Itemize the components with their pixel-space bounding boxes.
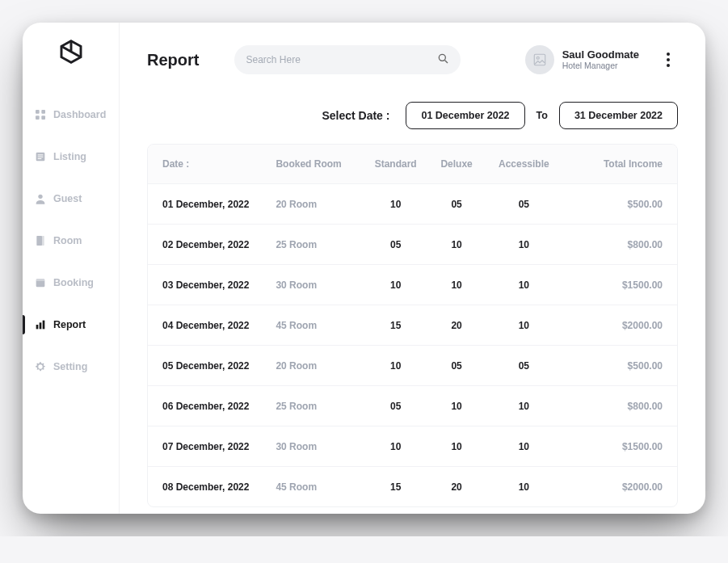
svg-point-8 <box>38 195 42 199</box>
col-accessible: Accessible <box>486 158 562 170</box>
table-row[interactable]: 06 December, 202225 Room051010$800.00 <box>148 385 677 426</box>
cell-accessible: 10 <box>486 441 562 452</box>
svg-rect-9 <box>36 236 42 246</box>
table-row[interactable]: 07 December, 202230 Room101010$1500.00 <box>148 426 677 466</box>
brand-logo <box>23 23 119 81</box>
user-role: Hotel Manager <box>562 61 639 70</box>
table-row[interactable]: 01 December, 202220 Room100505$500.00 <box>148 183 677 224</box>
search-input[interactable] <box>246 54 430 65</box>
svg-point-19 <box>537 57 539 59</box>
cell-date: 05 December, 2022 <box>162 360 276 372</box>
svg-rect-5 <box>38 154 44 155</box>
sidebar-item-label: Report <box>53 319 86 330</box>
sidebar-item-setting[interactable]: Setting <box>23 346 119 388</box>
cell-deluxe: 10 <box>427 401 486 412</box>
sidebar-item-report[interactable]: Report <box>23 304 119 346</box>
cell-deluxe: 05 <box>427 360 486 372</box>
sidebar-item-guest[interactable]: Guest <box>23 178 119 220</box>
list-icon <box>34 150 47 163</box>
search-wrapper <box>234 45 461 74</box>
svg-rect-15 <box>43 321 45 330</box>
svg-rect-3 <box>41 116 45 120</box>
cell-standard: 05 <box>364 401 427 412</box>
cell-standard: 15 <box>364 320 427 331</box>
svg-line-17 <box>445 61 448 63</box>
report-table: Date : Booked Room Standard Deluxe Acces… <box>147 144 678 507</box>
cell-deluxe: 10 <box>427 441 486 452</box>
cell-booked: 30 Room <box>276 279 364 291</box>
cell-date: 06 December, 2022 <box>162 401 276 412</box>
cell-booked: 30 Room <box>276 441 364 452</box>
main-content: Report Saul Goodmate Hotel Manager Selec… <box>120 23 705 514</box>
sidebar-item-label: Listing <box>53 151 86 162</box>
cell-date: 04 December, 2022 <box>162 320 276 331</box>
cell-accessible: 05 <box>486 360 562 372</box>
table-row[interactable]: 03 December, 202230 Room101010$1500.00 <box>148 264 677 305</box>
bar-chart-icon <box>34 318 47 331</box>
user-name: Saul Goodmate <box>562 49 639 61</box>
svg-rect-10 <box>42 236 44 246</box>
sidebar-item-label: Guest <box>53 193 82 204</box>
table-header: Date : Booked Room Standard Deluxe Acces… <box>148 145 677 183</box>
table-row[interactable]: 05 December, 202220 Room100505$500.00 <box>148 345 677 385</box>
cell-income: $500.00 <box>562 199 663 210</box>
table-row[interactable]: 08 December, 202245 Room152010$2000.00 <box>148 466 677 506</box>
cell-standard: 10 <box>364 441 427 452</box>
cell-deluxe: 20 <box>427 320 486 331</box>
cell-booked: 20 Room <box>276 360 364 372</box>
cell-accessible: 05 <box>486 199 562 210</box>
user-block[interactable]: Saul Goodmate Hotel Manager <box>525 45 639 74</box>
cell-standard: 15 <box>364 481 427 493</box>
avatar <box>525 45 554 74</box>
svg-rect-7 <box>38 158 42 159</box>
cell-standard: 10 <box>364 279 427 291</box>
sidebar-item-dashboard[interactable]: Dashboard <box>23 94 119 136</box>
grid-icon <box>34 108 47 121</box>
cell-standard: 10 <box>364 360 427 372</box>
select-date-label: Select Date : <box>322 109 389 122</box>
search-icon <box>436 52 449 68</box>
table-body: 01 December, 202220 Room100505$500.0002 … <box>148 183 677 506</box>
svg-rect-14 <box>40 322 42 329</box>
more-menu-button[interactable] <box>659 53 678 67</box>
cell-income: $1500.00 <box>562 441 663 452</box>
cell-accessible: 10 <box>486 239 562 250</box>
svg-point-16 <box>440 54 446 61</box>
cell-booked: 25 Room <box>276 239 364 250</box>
cell-deluxe: 20 <box>427 481 486 493</box>
cell-accessible: 10 <box>486 279 562 291</box>
svg-rect-2 <box>36 116 40 120</box>
svg-rect-6 <box>38 157 44 158</box>
sidebar-item-label: Dashboard <box>53 109 106 120</box>
page-title: Report <box>147 51 199 69</box>
svg-rect-13 <box>36 325 39 329</box>
cell-date: 02 December, 2022 <box>162 239 276 250</box>
search-box[interactable] <box>234 45 461 74</box>
svg-rect-0 <box>36 110 40 114</box>
col-income: Total Income <box>562 158 663 170</box>
cell-accessible: 10 <box>486 320 562 331</box>
cell-accessible: 10 <box>486 401 562 412</box>
topbar: Report Saul Goodmate Hotel Manager <box>147 40 678 79</box>
cell-booked: 25 Room <box>276 401 364 412</box>
door-icon <box>34 234 47 247</box>
col-standard: Standard <box>364 158 427 170</box>
sidebar: Dashboard Listing Guest Room Booking Rep… <box>23 23 120 514</box>
svg-rect-12 <box>36 279 45 281</box>
date-to-label: To <box>537 110 548 121</box>
date-to-picker[interactable]: 31 December 2022 <box>559 102 678 129</box>
sidebar-item-label: Room <box>53 235 82 246</box>
sidebar-item-label: Booking <box>53 277 94 288</box>
cell-date: 03 December, 2022 <box>162 279 276 291</box>
table-row[interactable]: 04 December, 202245 Room152010$2000.00 <box>148 305 677 345</box>
date-from-picker[interactable]: 01 December 2022 <box>406 102 524 129</box>
table-row[interactable]: 02 December, 202225 Room051010$800.00 <box>148 224 677 264</box>
cell-income: $2000.00 <box>562 320 663 331</box>
cell-income: $1500.00 <box>562 279 663 291</box>
sidebar-item-room[interactable]: Room <box>23 220 119 262</box>
cell-booked: 20 Room <box>276 199 364 210</box>
sidebar-item-booking[interactable]: Booking <box>23 262 119 304</box>
cell-date: 08 December, 2022 <box>162 481 276 493</box>
sidebar-item-listing[interactable]: Listing <box>23 136 119 178</box>
gear-icon <box>34 360 47 373</box>
